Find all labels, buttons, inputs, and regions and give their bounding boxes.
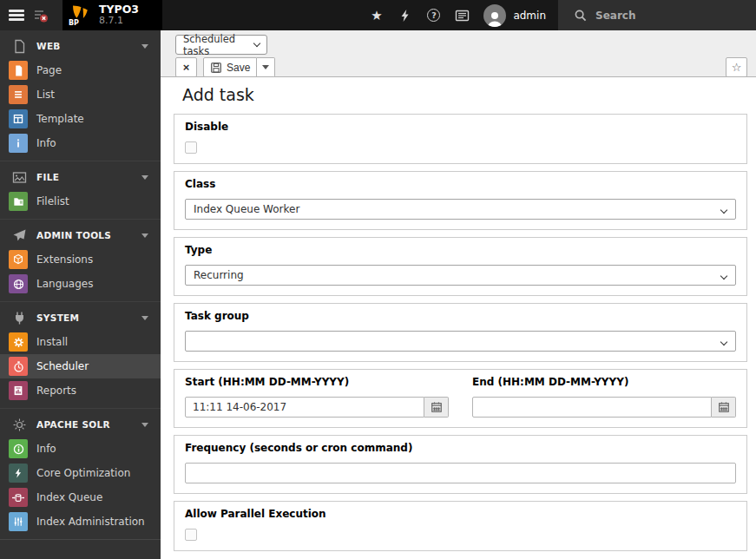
chevron-down-icon: [720, 207, 727, 214]
section-header-system[interactable]: SYSTEM: [0, 306, 161, 330]
form-section-task-group: Task group: [174, 303, 747, 362]
chevron-down-icon: [253, 40, 260, 47]
sidebar-item-install[interactable]: Install: [0, 330, 161, 354]
chevron-down-icon: [141, 423, 148, 427]
section-header-admin-tools[interactable]: ADMIN TOOLS: [0, 223, 161, 247]
chevron-down-icon: [141, 44, 148, 49]
disable-checkbox[interactable]: [185, 141, 197, 154]
product-version: 8.7.1: [99, 16, 139, 27]
section-header-apache-solr[interactable]: APACHE SOLR: [0, 412, 161, 437]
task-group-select[interactable]: [185, 331, 736, 352]
class-select[interactable]: Index Queue Worker: [185, 199, 736, 220]
class-label: Class: [185, 178, 736, 190]
section-apache-solr: APACHE SOLR Info Core Optimization Ind: [0, 408, 161, 540]
form-section-start-end: Start (HH:MM DD-MM-YYYY) End (HH:MM DD-M…: [174, 369, 747, 428]
star-icon: ★: [371, 8, 382, 23]
sidebar-item-scheduler[interactable]: Scheduler: [0, 354, 161, 378]
scheduler-module-icon: [9, 357, 28, 376]
topbar: BP TYPO3 8.7.1 ★ ? admin: [0, 0, 756, 30]
page-module-icon: [9, 61, 28, 80]
module-content: Add task Disable Class Index Queue Worke…: [161, 77, 756, 559]
sidebar-item-info[interactable]: Info: [0, 131, 161, 155]
sidebar-item-core-optimization[interactable]: Core Optimization: [0, 461, 161, 485]
search-icon: [574, 9, 588, 23]
parallel-checkbox[interactable]: [185, 529, 197, 541]
section-file: FILE Filelist: [0, 161, 161, 219]
module-function-select[interactable]: Scheduled tasks: [175, 35, 267, 55]
opendocs-icon[interactable]: [33, 8, 49, 23]
bookmarks-toolbar-item[interactable]: ★: [362, 0, 391, 30]
sidebar-item-template[interactable]: Template: [0, 107, 161, 131]
search-placeholder: Search: [595, 10, 635, 22]
sidebar-item-solr-info[interactable]: Info: [0, 437, 161, 461]
start-calendar-button[interactable]: [424, 397, 449, 418]
article-icon: [455, 9, 470, 23]
save-button[interactable]: Save: [203, 57, 257, 77]
section-system: SYSTEM Install Scheduler Reports: [0, 301, 161, 408]
product-name: TYPO3: [99, 3, 139, 16]
sidebar-item-page[interactable]: Page: [0, 58, 161, 82]
install-module-icon: [9, 332, 28, 352]
username-label: admin: [513, 10, 546, 22]
module-menu: WEB Page List Template: [0, 30, 161, 559]
bolt-icon: [398, 9, 412, 23]
form-section-frequency: Frequency (seconds or cron command): [174, 435, 747, 494]
end-calendar-button[interactable]: [712, 397, 736, 418]
index-queue-module-icon: [9, 488, 28, 507]
typo3-logo: BP TYPO3 8.7.1: [62, 0, 162, 30]
clear-cache-toolbar-item[interactable]: [391, 0, 419, 30]
help-toolbar-item[interactable]: ?: [419, 0, 448, 30]
bookmark-button[interactable]: ☆: [726, 57, 747, 77]
user-toolbar-item[interactable]: admin: [477, 4, 558, 27]
type-select[interactable]: Recurring: [185, 265, 736, 286]
form-section-type: Type Recurring: [174, 237, 747, 296]
type-label: Type: [185, 244, 736, 256]
end-label: End (HH:MM DD-MM-YYYY): [472, 376, 736, 388]
page-title: Add task: [182, 85, 747, 104]
save-options-button[interactable]: [257, 57, 275, 77]
sidebar-item-list[interactable]: List: [0, 82, 161, 107]
close-icon: ×: [183, 61, 190, 74]
core-optimization-module-icon: [9, 464, 28, 483]
end-input[interactable]: [472, 397, 712, 418]
parallel-label: Allow Parallel Execution: [185, 508, 736, 520]
calendar-icon: [718, 401, 730, 413]
sidebar-item-index-administration[interactable]: Index Administration: [0, 510, 161, 534]
start-input[interactable]: [185, 397, 424, 418]
chevron-down-icon: [720, 339, 727, 345]
chevron-down-icon: [141, 175, 148, 180]
list-module-icon: [9, 85, 28, 104]
chevron-down-icon: [720, 273, 727, 280]
chevron-down-icon: [141, 233, 148, 238]
search-toolbar-item[interactable]: Search: [558, 0, 756, 30]
languages-module-icon: [9, 274, 28, 293]
disable-label: Disable: [185, 121, 736, 133]
systeminfo-toolbar-item[interactable]: [448, 0, 477, 30]
avatar: [483, 4, 506, 27]
help-icon: ?: [427, 9, 440, 22]
sidebar-item-languages[interactable]: Languages: [0, 272, 161, 296]
task-group-label: Task group: [185, 310, 736, 322]
topbar-left: [0, 0, 62, 30]
sidebar-item-filelist[interactable]: Filelist: [0, 189, 161, 214]
calendar-icon: [431, 401, 443, 413]
frequency-label: Frequency (seconds or cron command): [185, 442, 736, 454]
close-button[interactable]: ×: [175, 57, 197, 77]
form-section-parallel: Allow Parallel Execution: [174, 501, 747, 551]
caret-down-icon: [262, 65, 269, 69]
plug-icon: [12, 311, 27, 326]
template-module-icon: [9, 109, 28, 128]
frequency-input[interactable]: [185, 463, 736, 483]
section-header-file[interactable]: FILE: [0, 165, 161, 189]
logo-badge: BP: [69, 19, 79, 27]
section-admin-tools: ADMIN TOOLS Extensions Languages: [0, 219, 161, 301]
section-header-web[interactable]: WEB: [0, 34, 161, 58]
sidebar-item-index-queue[interactable]: Index Queue: [0, 485, 161, 510]
form-section-class: Class Index Queue Worker: [174, 171, 747, 230]
sidebar-item-extensions[interactable]: Extensions: [0, 247, 161, 272]
solr-info-module-icon: [9, 439, 28, 458]
sidebar-item-reports[interactable]: Reports: [0, 378, 161, 403]
info-module-icon: [9, 134, 28, 153]
menu-toggle-icon[interactable]: [9, 8, 24, 23]
solr-sun-icon: [12, 418, 27, 432]
